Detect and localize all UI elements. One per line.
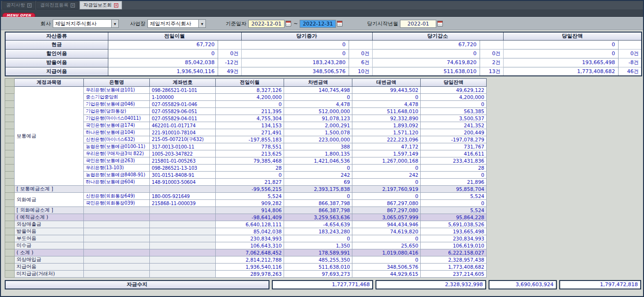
row-selector[interactable]: [5, 122, 15, 129]
bank-name: 국민은행(외화통장039): [84, 200, 150, 207]
row-selector[interactable]: [5, 264, 15, 271]
account-number: [150, 271, 216, 278]
account-number: 027-055829-04-011: [150, 115, 216, 122]
detail-row: 지급어음1,936,540,116511,638,010348,506,5761…: [5, 264, 487, 271]
site-select-value: 제일저지주식회사: [148, 20, 198, 27]
bank-name: 국민은행(보통예금174): [84, 122, 150, 129]
row-selector[interactable]: [5, 186, 15, 193]
amount-cell: 867,297,080: [352, 200, 421, 207]
detail-table: 계정과목명 은행명 계좌번호 전일이월 차변금액 대변금액 당일잔액 보통예금우…: [5, 78, 487, 278]
bank-name: 하나은행(보통예금104): [84, 129, 150, 136]
row-selector[interactable]: [5, 235, 15, 242]
account-name: ( 소계 ): [15, 249, 84, 256]
account-number: [150, 235, 216, 242]
amount-cell: 416,611: [421, 150, 487, 157]
tab-close-icon[interactable]: ×: [71, 3, 75, 8]
amount-cell: 1,019,080,416: [352, 249, 421, 256]
summary-row: 지급어음1,936,540,11649건348,506,57610건511,63…: [5, 67, 642, 76]
tab-daily-funds-report[interactable]: 자금일보조회 ×: [80, 1, 122, 9]
tab-voucher-entry[interactable]: 결의전표등록 ×: [36, 1, 79, 9]
calendar-icon[interactable]: [285, 21, 291, 26]
amount-cell: 3,065,057,999: [352, 214, 421, 221]
site-select[interactable]: 제일저지주식회사 ▼: [147, 19, 206, 28]
account-number: 098-286521-13-103: [150, 165, 216, 172]
row-selector[interactable]: [5, 193, 15, 200]
amount-cell: 242: [352, 172, 421, 179]
amount-cell: 79,385,468: [216, 157, 284, 165]
summary-amount: 348,506,576: [241, 67, 349, 76]
summary-amount: 1,773,408,682: [503, 67, 618, 76]
row-selector[interactable]: [5, 87, 15, 94]
bank-name: 국민은행(보통예금263): [84, 157, 150, 165]
detail-row: 외상매입금2,814,212,788485,255,35002,328,957,…: [5, 256, 487, 264]
summary-amount: 183,243,280: [241, 58, 349, 67]
bank-name: [84, 242, 150, 249]
amount-cell: 99,443,502: [352, 87, 421, 94]
selector-column-header: [5, 79, 15, 87]
row-selector[interactable]: [5, 129, 15, 136]
detail-row: 받을어음85,042,038183,243,28074,619,820193,6…: [5, 228, 487, 235]
amount-cell: 106,619,010: [421, 242, 487, 249]
row-selector[interactable]: [5, 157, 15, 165]
summary-header-asset-type: 자산종류: [5, 32, 108, 40]
row-selector[interactable]: [5, 221, 15, 228]
tab-close-icon[interactable]: ×: [27, 3, 32, 8]
amount-cell: 1,267,000,168: [352, 157, 421, 165]
amount-cell: 241,352: [421, 122, 487, 129]
row-selector[interactable]: [5, 207, 15, 214]
summary-row: 현금67,720067,7200: [5, 40, 642, 49]
row-selector[interactable]: [5, 214, 15, 221]
detail-header-row: 계정과목명 은행명 계좌번호 전일이월 차변금액 대변금액 당일잔액: [5, 79, 487, 87]
summary-amount: 74,619,820: [372, 58, 480, 67]
row-selector[interactable]: [5, 256, 15, 264]
bank-name: 하나은행(보통예금604): [84, 179, 150, 186]
row-selector[interactable]: [5, 108, 15, 115]
row-selector[interactable]: [5, 228, 15, 235]
base-date-to-input[interactable]: 2022-12-31: [300, 20, 336, 28]
amount-cell: -197,078,279: [421, 136, 487, 143]
row-selector[interactable]: [5, 94, 15, 101]
tab-label: 결의전표등록: [40, 2, 68, 8]
row-selector[interactable]: [5, 136, 15, 143]
account-name: 받을어음: [15, 228, 84, 235]
company-label: 회사: [41, 20, 51, 27]
amount-cell: 1,421,046,536: [284, 157, 352, 165]
bank-name: [84, 221, 150, 228]
detail-row: 미지급금(거래처)289,978,26397,693,27344,929,615…: [5, 271, 487, 278]
row-selector[interactable]: [5, 115, 15, 122]
period-start-input[interactable]: 2022-01: [400, 20, 436, 28]
account-number: [150, 242, 216, 249]
detail-row: [ 보통예금소계 ]-99,556,2152,393,175,8382,197,…: [5, 186, 487, 193]
amount-cell: 0: [352, 179, 421, 186]
account-name: 외상매입금: [15, 256, 84, 264]
summary-amount: 511,638,010: [372, 67, 480, 76]
row-selector[interactable]: [5, 249, 15, 256]
calendar-icon[interactable]: [337, 21, 342, 26]
tab-notice[interactable]: 공지사항 ×: [2, 1, 35, 9]
detail-row: 부도어음230,834,99300230,834,993: [5, 235, 487, 242]
row-selector[interactable]: [5, 101, 15, 108]
company-select[interactable]: 제일저지주식회사 ▼: [53, 19, 119, 28]
summary-count: 0건: [480, 49, 503, 58]
amount-cell: 200,449: [421, 129, 487, 136]
row-selector[interactable]: [5, 242, 15, 249]
row-selector[interactable]: [5, 143, 15, 150]
summary-count: 13건: [480, 67, 503, 76]
row-selector[interactable]: [5, 172, 15, 179]
row-selector[interactable]: [5, 271, 15, 278]
tab-close-icon[interactable]: ×: [114, 3, 118, 8]
amount-cell: 348,506,576: [352, 264, 421, 271]
summary-count: 2건: [480, 58, 503, 67]
row-selector[interactable]: [5, 165, 15, 172]
base-date-from-input[interactable]: 2022-12-01: [248, 20, 285, 28]
row-selector[interactable]: [5, 179, 15, 186]
amount-cell: 242: [284, 172, 352, 179]
amount-cell: 866,387,798: [284, 207, 352, 214]
row-selector[interactable]: [5, 150, 15, 157]
summary-header-decrease: 당기감소: [372, 32, 503, 40]
row-selector[interactable]: [5, 200, 15, 207]
calendar-icon[interactable]: [437, 21, 443, 26]
account-number: [150, 221, 216, 228]
amount-cell: 914,806: [216, 207, 284, 214]
bank-name: 중소기업중앙회: [84, 94, 150, 101]
